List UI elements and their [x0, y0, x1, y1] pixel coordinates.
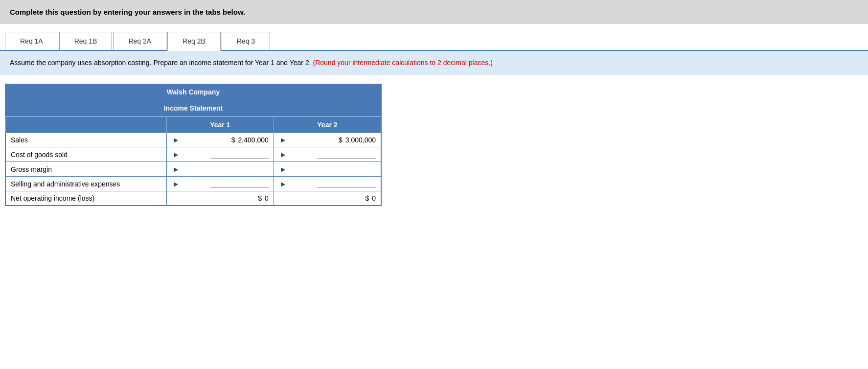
- table-statement-header: Income Statement: [5, 100, 381, 116]
- row-label-cogs: Cost of goods sold: [6, 147, 167, 162]
- arrow-icon: ▶: [174, 181, 178, 187]
- arrow-icon: ▶: [174, 166, 178, 173]
- input-cogs-year1[interactable]: [210, 150, 269, 159]
- arrow-icon: ▶: [174, 137, 178, 143]
- row-year2-gross-margin[interactable]: ▶: [274, 162, 381, 177]
- tab-req3[interactable]: Req 3: [222, 32, 270, 50]
- arrow-icon: ▶: [174, 151, 178, 158]
- question-text-plain: Assume the company uses absorption costi…: [10, 59, 313, 67]
- tab-req1a[interactable]: Req 1A: [5, 32, 58, 50]
- question-area: Assume the company uses absorption costi…: [0, 51, 868, 75]
- row-year1-cogs[interactable]: ▶: [166, 147, 274, 162]
- row-year1-net-operating: $ 0: [166, 191, 274, 206]
- row-label-gross-margin: Gross margin: [6, 162, 167, 177]
- table-row: Selling and administrative expenses ▶ ▶: [6, 177, 381, 191]
- table-row: Cost of goods sold ▶ ▶: [6, 147, 381, 162]
- arrow-icon: ▶: [281, 137, 285, 143]
- arrow-icon: ▶: [281, 181, 285, 187]
- tab-req2a[interactable]: Req 2A: [113, 32, 166, 50]
- row-year1-gross-margin[interactable]: ▶: [166, 162, 274, 177]
- table-row: Gross margin ▶ ▶: [6, 162, 381, 177]
- input-selling-admin-year2[interactable]: [317, 180, 376, 188]
- tabs-container: Req 1A Req 1B Req 2A Req 2B Req 3: [0, 32, 868, 51]
- input-gross-margin-year1[interactable]: [210, 165, 269, 173]
- row-label-net-operating: Net operating income (loss): [6, 191, 167, 206]
- col-header-label: [6, 117, 167, 133]
- input-selling-admin-year1[interactable]: [210, 180, 269, 188]
- col-header-year2: Year 2: [274, 117, 381, 133]
- instruction-bar: Complete this question by entering your …: [0, 0, 868, 24]
- input-gross-margin-year2[interactable]: [317, 165, 376, 173]
- question-text-red: (Round your intermediate calculations to…: [313, 59, 493, 67]
- row-year2-selling-admin[interactable]: ▶: [274, 177, 381, 191]
- arrow-icon: ▶: [281, 151, 285, 158]
- table-wrapper: Walsh Company Income Statement Year 1 Ye…: [5, 84, 382, 206]
- tab-req1b[interactable]: Req 1B: [59, 32, 113, 50]
- row-year2-net-operating: $ 0: [274, 191, 381, 206]
- row-year1-sales: ▶ $ 2,400,000: [166, 133, 274, 147]
- income-table: Year 1 Year 2 Sales ▶ $ 2,400,000: [5, 116, 381, 206]
- tab-req2b[interactable]: Req 2B: [167, 32, 221, 51]
- input-cogs-year2[interactable]: [317, 150, 376, 159]
- col-header-year1: Year 1: [166, 117, 274, 133]
- row-year2-sales: ▶ $ 3,000,000: [274, 133, 381, 147]
- table-company-header: Walsh Company: [5, 84, 381, 100]
- table-row: Sales ▶ $ 2,400,000 ▶ $: [6, 133, 381, 147]
- arrow-icon: ▶: [281, 166, 285, 173]
- table-row: Net operating income (loss) $ 0 $ 0: [6, 191, 381, 206]
- row-year1-selling-admin[interactable]: ▶: [166, 177, 274, 191]
- instruction-text: Complete this question by entering your …: [10, 8, 245, 16]
- row-label-selling-admin: Selling and administrative expenses: [6, 177, 167, 191]
- row-year2-cogs[interactable]: ▶: [274, 147, 381, 162]
- row-label-sales: Sales: [6, 133, 167, 147]
